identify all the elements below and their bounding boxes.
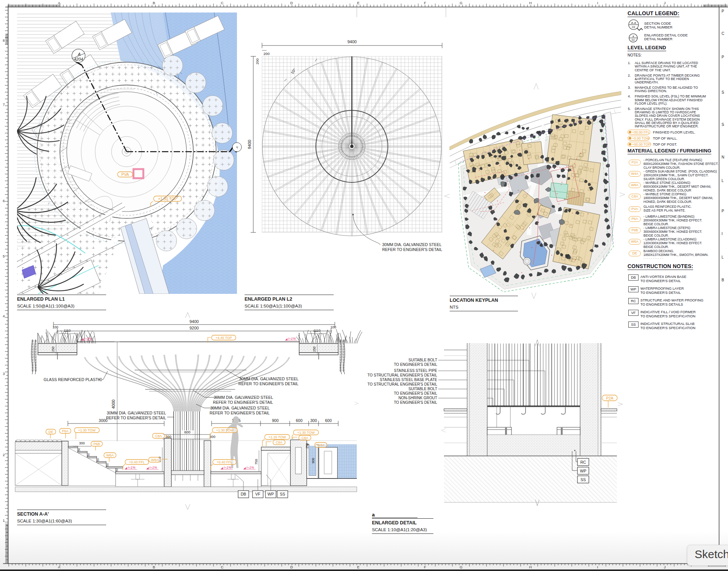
svg-text:STAINLESS STEEL BASE PLATE: STAINLESS STEEL BASE PLATE xyxy=(380,378,437,382)
svg-text:TO ENGINEER'S DETAIL: TO ENGINEER'S DETAIL xyxy=(394,391,438,395)
svg-text:a: a xyxy=(632,35,634,38)
svg-text:NON-SHRINK GROUT: NON-SHRINK GROUT xyxy=(399,396,437,400)
svg-text:SS: SS xyxy=(581,477,586,482)
svg-text:SUITABLE BOLT: SUITABLE BOLT xyxy=(408,387,437,391)
svg-text:P2A: P2A xyxy=(606,396,613,400)
svg-text:01: 01 xyxy=(632,38,635,42)
svg-text:TO ENGINEER'S DETAIL: TO ENGINEER'S DETAIL xyxy=(394,400,438,405)
svg-text:A-A: A-A xyxy=(631,21,636,25)
svg-text:STAINLESS STEEL PIPE: STAINLESS STEEL PIPE xyxy=(394,369,437,373)
svg-text:01: 01 xyxy=(632,25,635,29)
svg-text:WP: WP xyxy=(580,469,587,473)
svg-text:TO STRUCTURAL ENGINEER'S DETAI: TO STRUCTURAL ENGINEER'S DETAIL xyxy=(367,382,437,386)
svg-text:TO ENGINEER'S DETAIL: TO ENGINEER'S DETAIL xyxy=(394,362,438,367)
svg-text:TO STRUCTURAL ENGINEER'S DETAI: TO STRUCTURAL ENGINEER'S DETAIL xyxy=(367,373,437,377)
svg-text:RC: RC xyxy=(580,460,586,464)
svg-text:SUITABLE BOLT: SUITABLE BOLT xyxy=(408,358,437,362)
